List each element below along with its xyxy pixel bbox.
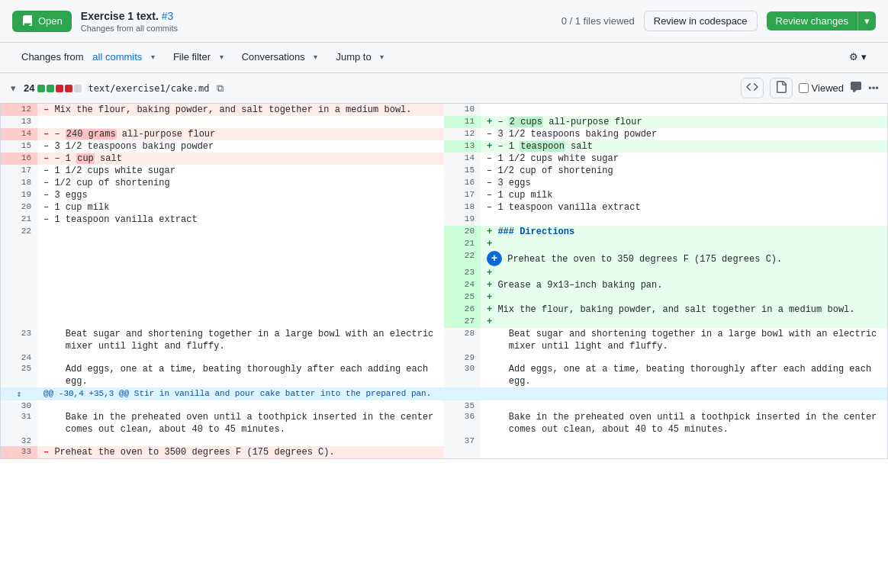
line-num-right: 21 (444, 238, 481, 250)
line-content-right: + – 2 cups all-purpose flour (481, 116, 887, 128)
diff-stats: 24 (24, 82, 82, 94)
line-num-left (1, 238, 37, 250)
line-content-right: + (481, 291, 887, 304)
table-row: comes out clean, about 40 to 45 minutes.… (1, 423, 887, 435)
table-row: 25 Add eggs, one at a time, beating thor… (1, 363, 887, 375)
settings-button[interactable]: ⚙ ▾ (840, 45, 876, 70)
line-content-right: Beat sugar and shortening together in a … (481, 328, 887, 340)
hunk-text: @@ -30,4 +35,3 @@ Stir in vanilla and po… (37, 387, 887, 400)
line-content-left: – Mix the flour, baking powder, and salt… (37, 104, 444, 116)
line-num-left: 20 (1, 201, 37, 214)
table-row: 21 – 1 teaspoon vanilla extract 19 (1, 214, 887, 226)
line-num-left: 25 (1, 363, 37, 375)
table-row: 24 29 (1, 352, 887, 363)
file-header: ▾ 24 text/exercise1/cake.md ⧉ (0, 73, 888, 104)
tab-file-filter[interactable]: File filter ▾ (164, 45, 233, 70)
stat-sq-gray-1 (74, 85, 82, 92)
line-content-right: – 1 teaspoon vanilla extract (481, 201, 887, 214)
line-num-right: 23 (444, 267, 481, 279)
line-content-right (481, 352, 887, 363)
line-content-right: egg. (481, 375, 887, 387)
line-num-right: 15 (444, 165, 481, 177)
comment-button[interactable] (850, 81, 862, 95)
review-changes-group: Review changes ▾ (767, 11, 876, 31)
line-content-right: Bake in the preheated oven until a tooth… (481, 411, 887, 423)
line-content-right: + (481, 238, 887, 250)
copy-path-button[interactable]: ⧉ (215, 81, 225, 96)
line-num-left: 24 (1, 352, 37, 363)
viewed-label[interactable]: Viewed (799, 82, 844, 94)
line-content-left: – 1 1/2 cups white sugar (37, 165, 444, 177)
table-row: 21 + (1, 238, 887, 250)
line-content-left: – 1/2 cup of shortening (37, 177, 444, 189)
line-content-right: + Mix the flour, baking powder, and salt… (481, 304, 887, 316)
stat-sq-red-1 (56, 85, 63, 92)
line-num-right (444, 340, 481, 352)
line-num-right: 29 (444, 352, 481, 363)
line-num-right: 12 (444, 128, 481, 140)
review-codespace-button[interactable]: Review in codespace (644, 11, 758, 31)
line-content-left (37, 250, 444, 267)
line-num-right (444, 446, 481, 458)
table-row: 12 – Mix the flour, baking powder, and s… (1, 104, 887, 116)
table-row: 13 11 + – 2 cups all-purpose flour (1, 116, 887, 128)
line-content-right: + Preheat the oven to 350 degrees F (175… (481, 250, 887, 267)
line-num-right: 17 (444, 189, 481, 201)
more-options-button[interactable]: ••• (868, 82, 879, 94)
line-content-left: Add eggs, one at a time, beating thoroug… (37, 363, 444, 375)
table-row: 18 – 1/2 cup of shortening 16 – 3 eggs (1, 177, 887, 189)
tab-jump-to[interactable]: Jump to ▾ (327, 45, 393, 70)
file-icon (775, 81, 787, 93)
pr-info: Exercise 1 text. #3 Changes from all com… (81, 10, 178, 33)
table-row: 32 37 (1, 435, 887, 446)
viewed-checkbox[interactable] (799, 83, 809, 93)
tab-changes-from[interactable]: Changes from all commits ▾ (12, 45, 164, 70)
line-num-left: 32 (1, 435, 37, 446)
line-num-left (1, 423, 37, 435)
line-num-left: 33 (1, 446, 37, 458)
file-header-right: Viewed ••• (741, 78, 879, 98)
collapse-button[interactable]: ▾ (9, 81, 18, 95)
line-num-right: 37 (444, 435, 481, 446)
line-num-left (1, 267, 37, 279)
line-num-left (1, 279, 37, 291)
line-num-right: 36 (444, 411, 481, 423)
line-num-right: 28 (444, 328, 481, 340)
file-view-button[interactable] (770, 78, 793, 98)
tab-conversations[interactable]: Conversations ▾ (233, 45, 327, 70)
line-content-left: egg. (37, 375, 444, 387)
line-content-left: – – 240 grams all-purpose flour (37, 128, 444, 140)
open-icon (21, 15, 34, 27)
line-content-left (37, 304, 444, 316)
review-changes-caret-button[interactable]: ▾ (858, 11, 876, 31)
nav-tabs: Changes from all commits ▾ File filter ▾… (0, 43, 888, 73)
line-num-left: 16 (1, 153, 37, 165)
line-num-right: 16 (444, 177, 481, 189)
line-content-right (481, 104, 887, 116)
top-bar: Open Exercise 1 text. #3 Changes from al… (0, 0, 888, 43)
table-row: 17 – 1 1/2 cups white sugar 15 – 1/2 cup… (1, 165, 887, 177)
line-content-left (37, 226, 444, 238)
code-view-button[interactable] (741, 78, 764, 98)
line-content-left: mixer until light and fluffy. (37, 340, 444, 352)
table-row: 14 – – 240 grams all-purpose flour 12 – … (1, 128, 887, 140)
pr-title: Exercise 1 text. #3 (81, 10, 178, 22)
line-content-left: – 3 eggs (37, 189, 444, 201)
line-content-right: comes out clean, about 40 to 45 minutes. (481, 423, 887, 435)
review-changes-button[interactable]: Review changes (767, 11, 858, 31)
line-num-right: 25 (444, 291, 481, 304)
table-row: 15 – 3 1/2 teaspoons baking powder 13 + … (1, 140, 887, 153)
expand-icon[interactable]: + (487, 251, 502, 266)
table-row: 16 – – 1 cup salt 14 – 1 1/2 cups white … (1, 153, 887, 165)
expand-hunk-left[interactable]: ⇕ (1, 387, 37, 400)
line-num-left: 19 (1, 189, 37, 201)
line-content-right: + (481, 267, 887, 279)
table-row: 19 – 3 eggs 17 – 1 cup milk (1, 189, 887, 201)
line-num-left (1, 250, 37, 267)
line-num-right (444, 375, 481, 387)
line-num-left: 14 (1, 128, 37, 140)
diff-table: 12 – Mix the flour, baking powder, and s… (1, 104, 887, 458)
line-content-right: + – 1 teaspoon salt (481, 140, 887, 153)
line-num-right: 19 (444, 214, 481, 226)
open-button[interactable]: Open (12, 11, 72, 32)
